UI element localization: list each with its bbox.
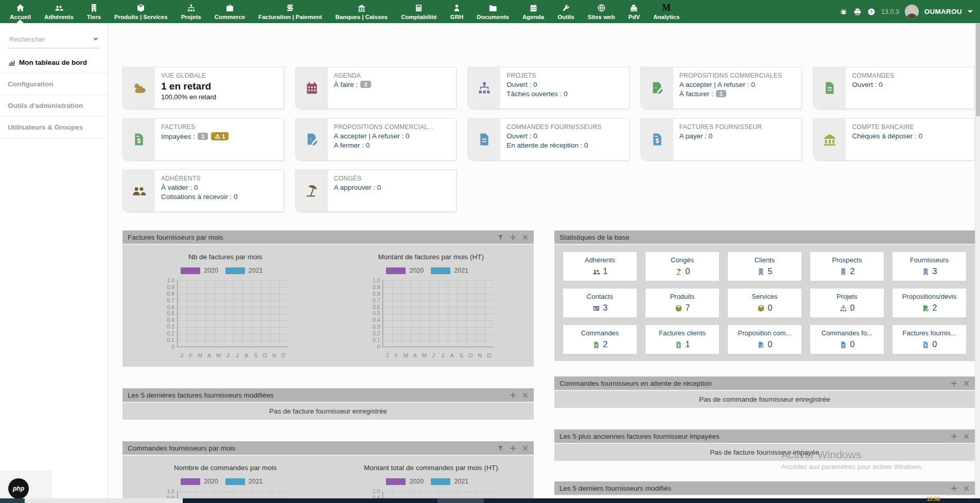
move-icon[interactable] xyxy=(510,445,516,452)
widget-header[interactable]: Les 5 plus anciennes factures fournisseu… xyxy=(554,429,975,444)
legend-swatch-2020 xyxy=(181,267,200,274)
chevron-down-icon[interactable] xyxy=(93,38,98,43)
tile-factures-clients[interactable]: Factures clients1 xyxy=(645,325,720,354)
legend-swatch-2020 xyxy=(181,478,200,485)
tile-fournisseurs[interactable]: Fournisseurs3 xyxy=(892,252,967,281)
tile-adherents[interactable]: Adhérents1 xyxy=(563,252,637,281)
close-icon[interactable] xyxy=(522,234,529,241)
chevron-down-icon[interactable] xyxy=(968,10,973,15)
version-label: 13.0.3 xyxy=(881,8,899,15)
y-axis-ticks: 1.00.90.80.70.60.50.40.30.20.10 xyxy=(163,277,177,350)
sidebar-search[interactable]: Rechercher xyxy=(7,32,100,48)
tile-projets[interactable]: Projets0 xyxy=(810,288,884,318)
taskbar-segment xyxy=(25,498,183,503)
card-vue-globale[interactable]: VUE GLOBALE 1 en retard 100,00% en retar… xyxy=(122,67,284,109)
globe-icon xyxy=(597,4,606,12)
close-icon[interactable] xyxy=(522,445,529,452)
umbrella-icon xyxy=(675,268,682,276)
nav-agenda[interactable]: Agenda xyxy=(516,0,551,23)
sidebar-item-utilisateurs-groupes[interactable]: Utilisateurs & Groupes xyxy=(0,117,108,138)
nav-tiers[interactable]: Tiers xyxy=(80,0,108,23)
tile-conges[interactable]: Congés0 xyxy=(645,252,720,281)
chart-legend: 2020 2021 xyxy=(386,478,476,485)
help-icon[interactable] xyxy=(867,8,876,16)
widget-header[interactable]: Les 5 dernières factures fournisseurs mo… xyxy=(122,388,534,403)
late-percent: 100,00% en retard xyxy=(161,93,277,101)
chart-montant-factures: Montant de factures par mois (HT) 2020 2… xyxy=(328,249,534,358)
printer-icon[interactable] xyxy=(853,8,862,16)
tile-contacts[interactable]: Contacts3 xyxy=(563,288,637,318)
nav-facturation-paiement[interactable]: Facturation | Paiement xyxy=(252,0,328,23)
sidebar-item-outils-administration[interactable]: Outils d'administration xyxy=(0,95,108,117)
filter-icon[interactable] xyxy=(497,445,504,452)
nav-outils[interactable]: Outils xyxy=(551,0,581,23)
scrollbar-thumb[interactable] xyxy=(976,24,980,116)
nav-sites-web[interactable]: Sites web xyxy=(581,0,622,23)
nav-grh[interactable]: GRH xyxy=(444,0,470,23)
card-propositions-commerciales[interactable]: PROPOSITIONS COMMERCIALES A accepter | A… xyxy=(641,67,802,109)
tile-services[interactable]: Services0 xyxy=(727,288,802,318)
count-badge: 2 xyxy=(360,81,371,88)
tile-propositions-commerciales-fournisseur[interactable]: Proposition com...0 xyxy=(727,325,802,354)
nav-projets[interactable]: Projets xyxy=(174,0,208,23)
nav-documents[interactable]: Documents xyxy=(470,0,516,23)
tile-clients[interactable]: Clients5 xyxy=(727,252,802,281)
card-agenda[interactable]: AGENDA À faire :2 xyxy=(295,67,457,109)
card-conges[interactable]: CONGÉS A approuver : 0 xyxy=(295,170,457,212)
tile-propositions-devis[interactable]: Propositions/devis2 xyxy=(892,288,967,318)
building-icon xyxy=(90,4,98,12)
bug-icon[interactable] xyxy=(839,8,848,16)
stats-tiles: Adhérents1 Congés0 Clients5 Prospects2 F… xyxy=(554,245,975,361)
widget-header[interactable]: Commandes fournisseurs en attente de réc… xyxy=(554,376,975,391)
close-icon[interactable] xyxy=(963,433,970,440)
tile-factures-fournisseurs[interactable]: Factures fournis...0 xyxy=(892,325,967,354)
move-icon[interactable] xyxy=(510,392,516,399)
page-scrollbar[interactable] xyxy=(975,23,980,503)
cash-register-icon xyxy=(629,4,638,12)
bank-icon xyxy=(357,4,366,12)
nav-produits-services[interactable]: Produits | Services xyxy=(108,0,174,23)
nav-comptabilite[interactable]: Comptabilité xyxy=(394,0,444,23)
move-icon[interactable] xyxy=(951,433,957,440)
close-icon[interactable] xyxy=(963,380,970,387)
card-projets[interactable]: PROJETS Ouvert : 0 Tâches ouvertes : 0 xyxy=(468,67,629,109)
tile-commandes-fournisseurs[interactable]: Commandes fo...0 xyxy=(810,325,884,354)
nav-analytics[interactable]: MAnalytics xyxy=(646,0,686,23)
card-factures-fournisseur[interactable]: FACTURES FOURNISSEUR A payer : 0 xyxy=(641,118,802,160)
card-adherents[interactable]: ADHÉRENTS À valider : 0 Cotisations à re… xyxy=(122,170,284,212)
widget-header[interactable]: Factures fournisseurs par mois xyxy=(122,230,534,245)
late-count[interactable]: 1 en retard xyxy=(161,81,277,92)
sidebar-item-configuration[interactable]: Configuration xyxy=(0,74,108,95)
card-propositions-commerciales-fournisseur[interactable]: PROPOSITIONS COMMERCIAL... A accepter | … xyxy=(295,118,457,160)
card-commandes-fournisseurs[interactable]: COMMANDES FOURNISSEURS Ouvert : 0 En att… xyxy=(468,118,629,160)
nav-commerce[interactable]: Commerce xyxy=(208,0,252,23)
x-axis-months: JFMAMJJASOND xyxy=(382,352,494,358)
file-icon xyxy=(592,341,600,349)
close-icon[interactable] xyxy=(963,485,970,492)
file-icon xyxy=(839,341,847,349)
widget-header[interactable]: Statistiques de la base xyxy=(554,230,975,245)
filter-icon[interactable] xyxy=(497,234,504,241)
user-avatar[interactable] xyxy=(905,5,919,19)
nav-banques-caisses[interactable]: Banques | Caisses xyxy=(328,0,394,23)
clock: 13:58 xyxy=(926,497,940,502)
calendar-icon xyxy=(296,67,328,109)
nav-accueil[interactable]: Accueil xyxy=(3,0,38,23)
widget-header[interactable]: Les 5 derniers fournisseurs modifiés xyxy=(554,481,975,496)
tile-commandes[interactable]: Commandes2 xyxy=(563,325,637,354)
close-icon[interactable] xyxy=(522,392,529,399)
tile-produits[interactable]: Produits7 xyxy=(645,288,720,318)
move-icon[interactable] xyxy=(951,485,957,492)
card-commandes[interactable]: COMMANDES Ouvert : 0 xyxy=(813,67,975,109)
nav-pdv[interactable]: PdV xyxy=(622,0,646,23)
chart-plot-area xyxy=(177,280,288,347)
nav-adherents[interactable]: Adhérents xyxy=(38,0,80,23)
card-compte-bancaire[interactable]: COMPTE BANCAIRE Chèques à déposer : 0 xyxy=(813,118,975,160)
tile-prospects[interactable]: Prospects2 xyxy=(810,252,884,281)
card-factures[interactable]: FACTURES Impayées :1⚠ 1 xyxy=(122,118,284,160)
username-label[interactable]: OUMAROU xyxy=(924,8,962,15)
widget-header[interactable]: Commandes fournisseurs par mois xyxy=(122,441,534,456)
sidebar-item-mon-tableau-de-bord[interactable]: Mon tableau de bord xyxy=(0,51,108,74)
move-icon[interactable] xyxy=(510,234,516,241)
move-icon[interactable] xyxy=(951,380,957,387)
